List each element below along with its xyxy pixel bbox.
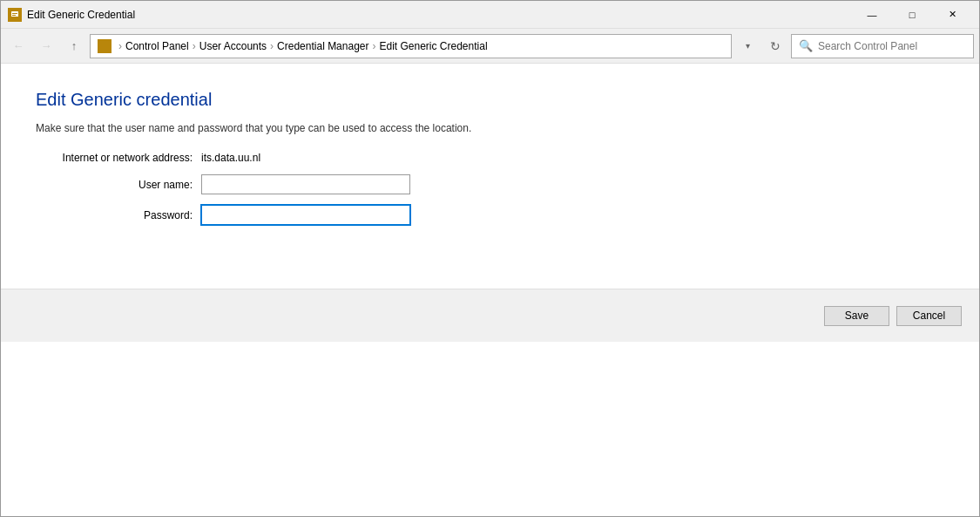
search-icon: 🔍 <box>799 39 813 52</box>
breadcrumb-current: Edit Generic Credential <box>380 40 488 52</box>
svg-rect-3 <box>12 15 16 16</box>
password-label: Password: <box>36 209 201 221</box>
forward-button[interactable]: → <box>34 34 58 58</box>
title-bar: Edit Generic Credential — □ ✕ <box>1 1 979 29</box>
refresh-button[interactable]: ↻ <box>763 34 787 58</box>
address-row: Internet or network address: its.data.uu… <box>36 152 944 164</box>
up-button[interactable]: ↑ <box>62 34 86 58</box>
window: Edit Generic Credential — □ ✕ ← → ↑ › Co… <box>0 0 980 517</box>
username-row: User name: <box>36 174 944 194</box>
window-controls: — □ ✕ <box>852 1 972 29</box>
footer: Save Cancel <box>1 289 979 342</box>
username-input[interactable] <box>201 174 410 194</box>
maximize-button[interactable]: □ <box>892 1 932 29</box>
page-title: Edit Generic credential <box>36 90 944 110</box>
password-row: Password: <box>36 205 944 225</box>
bottom-area <box>1 342 979 516</box>
search-input[interactable] <box>818 40 966 52</box>
page-description: Make sure that the user name and passwor… <box>36 122 944 134</box>
password-input[interactable] <box>201 205 410 225</box>
minimize-button[interactable]: — <box>852 1 892 29</box>
window-icon <box>8 8 22 22</box>
main-content: Edit Generic credential Make sure that t… <box>1 64 979 289</box>
breadcrumb-control-panel[interactable]: Control Panel <box>125 40 189 52</box>
breadcrumb-dropdown-button[interactable]: ▾ <box>735 34 760 58</box>
content-area: Edit Generic credential Make sure that t… <box>1 64 979 516</box>
cancel-button[interactable]: Cancel <box>896 306 962 326</box>
svg-rect-2 <box>12 13 17 14</box>
breadcrumb-user-accounts[interactable]: User Accounts <box>199 40 267 52</box>
window-title: Edit Generic Credential <box>27 9 852 21</box>
back-button[interactable]: ← <box>6 34 30 58</box>
save-button[interactable]: Save <box>824 306 889 326</box>
breadcrumb-home-icon <box>98 39 112 53</box>
close-button[interactable]: ✕ <box>932 1 972 29</box>
breadcrumb-bar: › Control Panel › User Accounts › Creden… <box>90 34 732 58</box>
search-bar: 🔍 <box>791 34 974 58</box>
address-label: Internet or network address: <box>36 152 201 164</box>
address-bar: ← → ↑ › Control Panel › User Accounts › … <box>1 29 979 64</box>
username-label: User name: <box>36 179 201 191</box>
breadcrumb-credential-manager[interactable]: Credential Manager <box>277 40 368 52</box>
address-value: its.data.uu.nl <box>201 152 260 164</box>
